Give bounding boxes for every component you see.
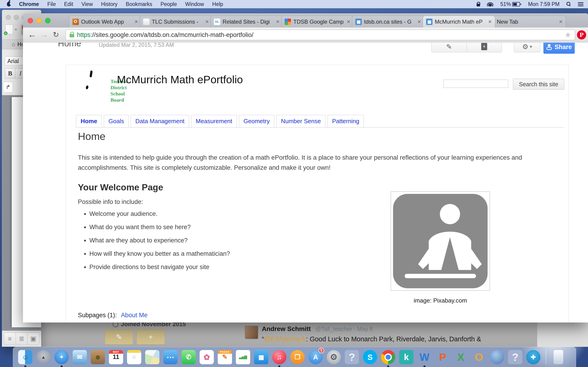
dock-icon-unknown-app-2[interactable]: ? [508,349,522,366]
back-button[interactable]: ← [28,29,36,40]
dock-icon-calendar[interactable]: MAY 11 [109,349,123,366]
close-window-button[interactable] [27,18,33,23]
dock-icon-numbers[interactable]: ▃▅▇ [236,349,250,366]
reading-image[interactable] [391,192,490,291]
site-nav-tab[interactable]: Home [76,115,102,127]
new-page-button[interactable]: + [467,43,502,52]
bookmark-star-icon[interactable]: ★ [565,31,571,39]
browser-tab[interactable]: TLC Submissions - × [140,16,212,27]
dock-icon-ibooks[interactable]: ❐ [290,349,304,366]
subpage-link-about-me[interactable]: About Me [121,312,148,319]
share-button[interactable]: Share [544,43,575,54]
site-nav-tab[interactable]: Measurement [191,115,237,127]
site-nav: Home Goals Data Management Measurement G… [76,114,564,127]
menu-clock[interactable]: Mon 7:59 PM [528,1,560,7]
ssl-lock-icon[interactable] [69,34,74,37]
dock-icon-finder[interactable]: ☺ [18,349,32,366]
menu-item[interactable]: Window [185,1,204,7]
dock-icon-photos[interactable]: ✿ [199,349,214,366]
menu-item[interactable]: Chrome [19,1,39,7]
dock-icon-battery-utility[interactable]: ✚ [526,349,540,366]
tweet-mention-link[interactable]: @EdAppHack [264,335,306,343]
browser-tab[interactable]: O Outlook Web App × [69,16,141,27]
dock-icon-safari[interactable]: ✦ [54,349,69,366]
reload-button[interactable]: ↻ [53,29,59,40]
tab-close-icon[interactable]: × [559,18,562,25]
browser-tab[interactable]: TDSB Google Camp × [281,16,354,27]
tweet-handle[interactable]: @Tall_teacher · May 8 [315,326,373,332]
dock-icon-outlook[interactable]: O [472,349,486,366]
more-actions-button[interactable]: ⚙ ▾ [514,43,540,52]
browser-tab[interactable]: New Tab × [493,16,566,27]
site-nav-tab[interactable]: Geometry [239,115,274,127]
dock-icon-word[interactable]: W [417,349,432,366]
dock-icon-chrome[interactable] [381,349,395,366]
forward-button[interactable]: → [40,29,48,40]
dock-icon-unknown-app-1[interactable]: ? [345,349,359,366]
minimize-window-button[interactable] [36,18,42,23]
dock-icon-mail[interactable]: ✉ [73,349,87,366]
pinterest-extension-icon[interactable]: P [577,30,586,40]
tab-close-icon[interactable]: × [418,18,421,25]
site-search-input[interactable] [443,80,508,88]
list-button[interactable]: ≣ [16,333,27,345]
dock-icon-powerpoint[interactable]: P [435,349,450,366]
dock-icon-kahoot[interactable]: k [399,349,414,366]
site-nav-tab[interactable]: Patterning [328,115,364,127]
running-indicator [424,365,426,367]
bold-button[interactable]: B [5,68,15,78]
apple-menu-icon[interactable] [7,2,11,6]
tab-close-icon[interactable]: × [276,18,279,25]
dock-icon-contacts[interactable]: ☻ [91,349,105,366]
menu-item[interactable]: View [82,1,93,7]
dock-icon-skype[interactable]: S [363,349,377,366]
tab-strip: O Outlook Web App × TLC Submissions - × … [23,13,588,27]
spotlight-search-icon[interactable] [566,2,571,6]
dock-icon-messages[interactable]: ⋯ [163,349,178,366]
tab-close-icon[interactable]: × [347,18,350,25]
address-bar[interactable]: https://sites.google.com/a/tdsb.on.ca/mc… [66,30,575,40]
dock-icon-app-store[interactable]: A 5 [309,349,323,366]
paragraph-direction-button[interactable]: ↱ [3,82,13,93]
chevron-down-icon[interactable]: ▾ [15,27,17,32]
browser-tab[interactable]: ▦ McMurrich Math eP × [423,16,495,27]
edit-page-button[interactable]: ✎ [431,43,467,52]
notification-center-icon[interactable] [578,2,583,6]
tab-close-icon[interactable]: × [488,18,492,25]
browser-tab[interactable]: DL Related Sites - Digi × [210,16,283,27]
select-object-button[interactable]: ▣ [27,333,39,345]
zoom-window-button[interactable] [45,18,51,23]
dock-icon-keynote[interactable]: ▦ [254,349,268,366]
menu-item[interactable]: History [101,1,118,7]
dock-icon-maps[interactable] [145,349,159,366]
dock-icon-launchpad[interactable]: ▲ [36,349,51,366]
follow-button[interactable]: + [137,329,165,344]
tweet-author[interactable]: Andrew Schmitt [262,325,311,332]
align-button[interactable]: ≡ [4,333,16,345]
dock-icon-facetime[interactable]: ✆ [182,349,196,366]
menu-item[interactable]: Help [212,1,223,7]
tweet-avatar[interactable] [245,326,258,339]
logo-text-line: School [111,91,128,97]
dock-icon-trash[interactable] [551,349,565,366]
tab-close-icon[interactable]: × [135,18,138,25]
site-nav-tab[interactable]: Goals [104,115,129,127]
tweet-compose-button[interactable]: ✎ [105,329,133,344]
site-search-button[interactable]: Search this site [513,79,564,90]
site-nav-tab[interactable]: Data Management [131,115,189,127]
dock-icon-excel[interactable]: X [454,349,468,366]
menu-item[interactable]: Bookmarks [126,1,152,7]
menu-item[interactable]: File [47,1,56,7]
tab-close-icon[interactable]: × [205,18,209,25]
wifi-icon[interactable] [487,2,493,6]
dock-icon-pages[interactable]: PAGES ✎ [218,349,232,366]
browser-tab[interactable]: ▦ tdsb.on.ca sites - G × [352,16,424,27]
menu-item[interactable]: People [161,1,177,7]
dock-icon-ms-autoupdate[interactable]: ↑ [490,349,504,366]
dock-icon-notes[interactable]: ≡ [127,349,141,366]
site-nav-tab[interactable]: Number Sense [276,115,325,127]
menu-item[interactable]: Edit [64,1,73,7]
new-document-icon[interactable]: + [5,25,13,34]
dock-icon-itunes[interactable]: ♫ [272,349,286,366]
dock-icon-system-preferences[interactable]: ⚙ [327,349,341,366]
